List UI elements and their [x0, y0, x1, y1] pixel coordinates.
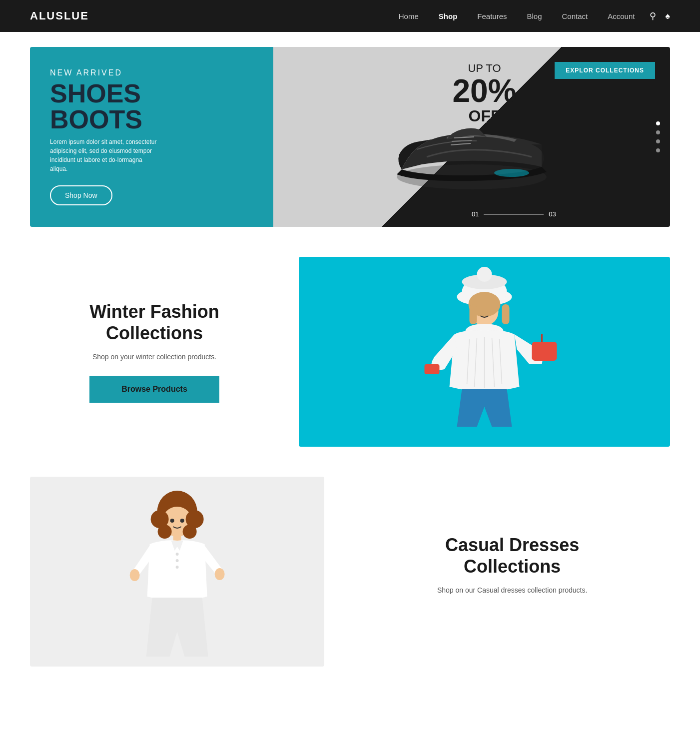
nav-blog[interactable]: Blog	[527, 12, 542, 20]
search-icon[interactable]: ⚲	[650, 10, 656, 21]
nav-icons: ⚲ ♠	[650, 10, 670, 21]
nav-contact[interactable]: Contact	[562, 12, 588, 20]
svg-point-9	[477, 267, 492, 282]
svg-point-31	[180, 519, 184, 523]
svg-point-28	[158, 525, 172, 539]
hero-left-panel: NEW ARRIVED SHOES BOOTS Lorem ipsum dolo…	[30, 47, 273, 227]
winter-image	[299, 257, 670, 447]
hero-headline: SHOES BOOTS	[50, 80, 253, 132]
svg-point-30	[170, 519, 174, 523]
svg-point-29	[183, 525, 197, 539]
svg-rect-16	[532, 342, 557, 361]
svg-rect-12	[470, 304, 477, 324]
winter-text-panel: Winter Fashion Collections Shop on your …	[30, 301, 299, 403]
svg-point-4	[494, 169, 529, 177]
svg-point-33	[176, 553, 179, 556]
slider-dot-1[interactable]	[656, 121, 660, 125]
svg-point-35	[176, 566, 179, 569]
winter-title: Winter Fashion Collections	[30, 301, 279, 344]
casual-title: Casual Dresses Collections	[354, 534, 670, 577]
nav-shop[interactable]: Shop	[439, 12, 458, 20]
casual-description: Shop on our Casual dresses collection pr…	[354, 586, 670, 594]
svg-point-34	[176, 559, 179, 562]
casual-text-panel: Casual Dresses Collections Shop on our C…	[324, 534, 670, 609]
slider-dot-2[interactable]	[656, 130, 660, 134]
main-nav: Home Shop Features Blog Contact Account	[399, 12, 635, 20]
cart-icon[interactable]: ♠	[665, 11, 670, 21]
shoe-image	[387, 77, 557, 217]
svg-point-36	[130, 569, 140, 581]
slider-progress: 01 03	[472, 210, 556, 218]
slider-dot-4[interactable]	[656, 148, 660, 152]
shop-now-button[interactable]: Shop Now	[50, 185, 112, 205]
hero-banner: NEW ARRIVED SHOES BOOTS Lorem ipsum dolo…	[30, 47, 670, 227]
casual-dresses-section: Casual Dresses Collections Shop on our C…	[30, 477, 670, 667]
svg-rect-15	[425, 364, 440, 374]
casual-image	[30, 477, 324, 667]
hero-new-arrived: NEW ARRIVED	[50, 68, 253, 77]
nav-home[interactable]: Home	[399, 12, 419, 20]
hero-description: Lorem ipsum dolor sit amet, consectetur …	[50, 137, 160, 173]
nav-features[interactable]: Features	[477, 12, 507, 20]
slide-total: 03	[549, 210, 556, 218]
winter-description: Shop on your winter collection products.	[30, 353, 279, 361]
nav-account[interactable]: Account	[608, 12, 635, 20]
slider-dot-3[interactable]	[656, 139, 660, 143]
svg-point-37	[215, 568, 225, 580]
winter-fashion-section: Winter Fashion Collections Shop on your …	[30, 257, 670, 447]
svg-rect-13	[502, 304, 510, 324]
slide-current: 01	[472, 210, 479, 218]
hero-center-panel: UP TO 20% OFF	[273, 47, 670, 227]
slider-dots	[656, 121, 660, 152]
browse-products-button[interactable]: Browse Products	[89, 376, 219, 403]
explore-collections-button[interactable]: EXPLOR COLLECTIONS	[555, 62, 655, 79]
logo: ALUSLUE	[30, 9, 89, 22]
